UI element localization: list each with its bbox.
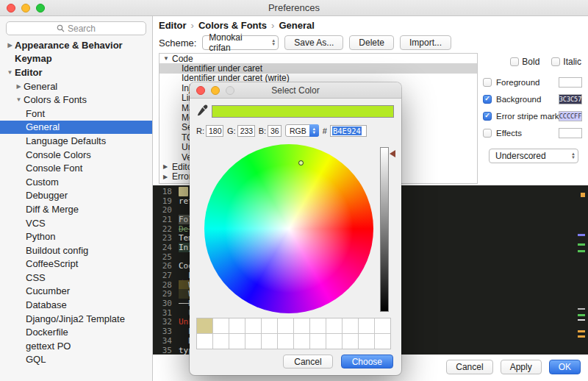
attribute-row[interactable]: Identifier under caret <box>159 63 477 73</box>
saved-color-swatch[interactable] <box>278 334 293 349</box>
zoom-button[interactable] <box>36 4 45 13</box>
sidebar-item[interactable]: CoffeeScript <box>0 257 152 271</box>
sidebar-item[interactable]: Diff & Merge <box>0 202 152 216</box>
sidebar-item[interactable]: Console Colors <box>0 148 152 162</box>
b-input[interactable]: 36 <box>268 125 282 137</box>
sidebar-item[interactable]: Keymap <box>0 52 152 66</box>
r-input[interactable]: 180 <box>206 125 223 137</box>
breadcrumb-item[interactable]: Editor <box>159 20 187 31</box>
sidebar-item[interactable]: Language Defaults <box>0 134 152 148</box>
saved-color-swatch[interactable] <box>343 318 358 333</box>
color-swatch[interactable] <box>559 128 582 138</box>
color-mode-select[interactable]: RGB ▲▼ <box>285 124 319 137</box>
italic-checkbox[interactable] <box>551 57 560 66</box>
stripe-mark[interactable] <box>578 319 585 321</box>
saved-color-swatch[interactable] <box>294 318 309 333</box>
dialog-cancel-button[interactable]: Cancel <box>283 355 332 368</box>
background-checkbox[interactable] <box>483 95 492 104</box>
sidebar-item[interactable]: Buildout config <box>0 243 152 257</box>
chevron-down-icon[interactable]: ▼ <box>5 69 15 76</box>
sidebar-item[interactable]: Debugger <box>0 189 152 203</box>
g-input[interactable]: 233 <box>237 125 255 137</box>
stripe-mark[interactable] <box>578 234 585 236</box>
sidebar-item[interactable]: ▶General <box>0 79 152 93</box>
stripe-mark[interactable] <box>578 330 585 332</box>
breadcrumb-item[interactable]: General <box>279 20 314 31</box>
saved-color-swatch[interactable] <box>359 334 374 349</box>
chevron-down-icon[interactable]: ▼ <box>14 96 24 103</box>
choose-button[interactable]: Choose <box>341 355 393 368</box>
stripe-mark[interactable] <box>581 193 585 197</box>
sidebar-item[interactable]: Python <box>0 229 152 243</box>
saved-color-swatch[interactable] <box>294 334 309 349</box>
ok-button[interactable]: OK <box>549 360 581 374</box>
color-swatch[interactable] <box>559 77 582 88</box>
dialog-titlebar[interactable]: Select Color <box>190 82 401 99</box>
sidebar-item[interactable]: Django/Jinja2 Template <box>0 312 152 326</box>
delete-button[interactable]: Delete <box>349 35 394 50</box>
sidebar-item[interactable]: CSS <box>0 271 152 285</box>
saved-color-swatch[interactable] <box>262 334 277 349</box>
import-button[interactable]: Import... <box>400 35 451 50</box>
hex-input[interactable]: B4E924 <box>330 125 367 137</box>
apply-button[interactable]: Apply <box>501 360 542 374</box>
eyedropper-icon[interactable] <box>196 104 208 116</box>
chevron-right-icon[interactable]: ▶ <box>163 174 172 180</box>
sidebar-item[interactable]: General <box>0 121 152 135</box>
saved-color-swatch[interactable] <box>343 334 358 349</box>
chevron-right-icon[interactable]: ▶ <box>5 42 15 49</box>
bold-option[interactable]: Bold <box>510 57 539 67</box>
sidebar-item[interactable]: Dockerfile <box>0 325 152 339</box>
color-swatch[interactable]: 3C3C57 <box>559 94 582 104</box>
foreground-checkbox[interactable] <box>483 78 492 87</box>
color-swatch[interactable]: CCCCFF <box>559 111 582 121</box>
saved-color-swatch[interactable] <box>310 334 326 349</box>
sidebar-item[interactable]: Custom <box>0 175 152 189</box>
minimize-button[interactable] <box>21 4 30 13</box>
error-stripe-mark-checkbox[interactable] <box>483 112 492 121</box>
sidebar-item[interactable]: ▼Colors & Fonts <box>0 93 152 107</box>
saved-color-swatch[interactable] <box>197 318 212 333</box>
sidebar-item[interactable]: ▶Appearance & Behavior <box>0 38 152 52</box>
search-input[interactable]: Search <box>6 21 146 35</box>
saved-color-swatch[interactable] <box>229 318 245 333</box>
saved-color-swatch[interactable] <box>213 318 229 333</box>
stripe-mark[interactable] <box>578 335 585 338</box>
stripe-mark[interactable] <box>578 243 585 246</box>
effects-checkbox[interactable] <box>483 129 492 138</box>
saved-color-swatch[interactable] <box>197 334 212 349</box>
dialog-close-button[interactable] <box>196 86 205 95</box>
saved-color-swatch[interactable] <box>229 334 245 349</box>
sidebar-item[interactable]: Font <box>0 107 152 121</box>
brightness-slider-handle[interactable] <box>390 150 395 157</box>
cancel-button[interactable]: Cancel <box>446 360 492 374</box>
chevron-right-icon[interactable]: ▶ <box>163 163 172 170</box>
stripe-mark[interactable] <box>578 250 585 252</box>
attribute-row[interactable]: ▼Code <box>159 54 477 63</box>
titlebar[interactable]: Preferences <box>0 0 588 16</box>
color-wheel-marker[interactable] <box>298 160 304 165</box>
close-button[interactable] <box>7 4 15 13</box>
saved-color-swatch[interactable] <box>375 334 390 349</box>
saved-color-swatch[interactable] <box>326 318 342 333</box>
brightness-slider[interactable] <box>380 147 389 312</box>
sidebar-item[interactable]: Cucumber <box>0 285 152 299</box>
stripe-mark[interactable] <box>578 308 585 310</box>
sidebar-item[interactable]: ▼Editor <box>0 65 152 79</box>
chevron-down-icon[interactable]: ▼ <box>163 55 172 62</box>
breadcrumb-item[interactable]: Colors & Fonts <box>198 20 267 31</box>
sidebar-item[interactable]: Console Font <box>0 161 152 175</box>
saved-color-swatch[interactable] <box>375 318 390 333</box>
saved-color-swatch[interactable] <box>359 318 374 333</box>
sidebar-item[interactable]: GQL <box>0 353 152 367</box>
sidebar-item[interactable]: VCS <box>0 216 152 230</box>
sidebar-item[interactable]: Database <box>0 298 152 312</box>
dialog-minimize-button[interactable] <box>211 86 220 95</box>
saved-color-swatch[interactable] <box>213 334 229 349</box>
effects-style-select[interactable]: Underscored ▲▼ <box>489 149 578 163</box>
italic-option[interactable]: Italic <box>551 57 581 67</box>
saved-color-swatch[interactable] <box>245 334 261 349</box>
sidebar-item[interactable]: gettext PO <box>0 339 152 353</box>
stripe-mark[interactable] <box>578 314 585 316</box>
saved-color-swatch[interactable] <box>262 318 277 333</box>
